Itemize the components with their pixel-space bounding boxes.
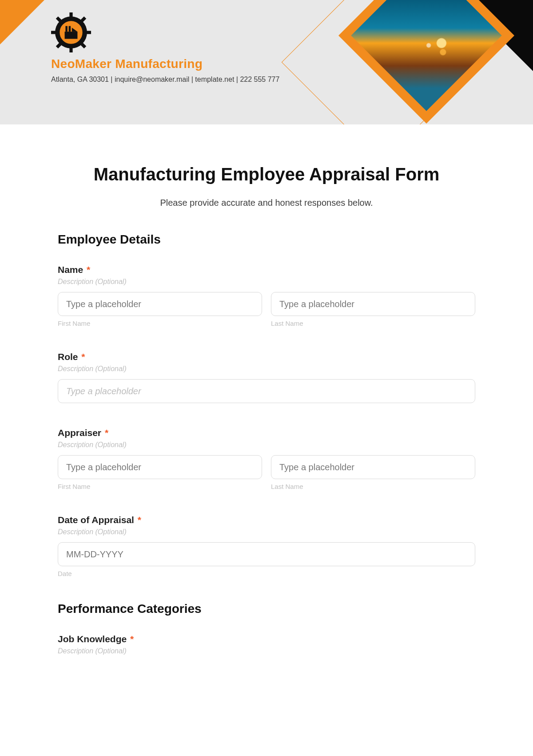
field-role: Role * Description (Optional) bbox=[58, 352, 475, 403]
field-appraiser: Appraiser * Description (Optional) First… bbox=[58, 428, 475, 490]
desc-date: Description (Optional) bbox=[58, 528, 475, 536]
label-job-knowledge: Job Knowledge * bbox=[58, 634, 475, 644]
svg-rect-1 bbox=[69, 12, 72, 18]
page-title: Manufacturing Employee Appraisal Form bbox=[58, 164, 475, 184]
brand-block: NeoMaker Manufacturing Atlanta, GA 30301… bbox=[51, 12, 279, 84]
required-mark: * bbox=[87, 264, 90, 275]
input-first-name[interactable] bbox=[58, 292, 262, 316]
header-banner: NeoMaker Manufacturing Atlanta, GA 30301… bbox=[0, 0, 533, 124]
label-role: Role * bbox=[58, 352, 475, 362]
required-mark: * bbox=[81, 352, 85, 362]
svg-rect-12 bbox=[69, 26, 71, 32]
section-performance: Performance Categories bbox=[58, 602, 475, 616]
desc-name: Description (Optional) bbox=[58, 278, 475, 286]
svg-rect-10 bbox=[65, 32, 78, 39]
input-date[interactable] bbox=[58, 542, 475, 566]
required-mark: * bbox=[105, 428, 108, 438]
brand-contact-line: Atlanta, GA 30301 | inquire@neomaker.mai… bbox=[51, 76, 279, 84]
desc-job-knowledge: Description (Optional) bbox=[58, 647, 475, 655]
label-date-text: Date of Appraisal bbox=[58, 515, 134, 525]
sublabel-date: Date bbox=[58, 570, 475, 577]
field-date: Date of Appraisal * Description (Optiona… bbox=[58, 515, 475, 577]
input-last-name[interactable] bbox=[271, 292, 475, 316]
label-appraiser-text: Appraiser bbox=[58, 428, 101, 438]
label-name-text: Name bbox=[58, 264, 83, 275]
label-job-knowledge-text: Job Knowledge bbox=[58, 634, 127, 644]
sublabel-first-name: First Name bbox=[58, 320, 262, 327]
input-role[interactable] bbox=[58, 379, 475, 403]
desc-role: Description (Optional) bbox=[58, 365, 475, 373]
input-appraiser-first[interactable] bbox=[58, 455, 262, 479]
svg-rect-4 bbox=[85, 31, 91, 34]
label-role-text: Role bbox=[58, 352, 78, 362]
required-mark: * bbox=[138, 515, 141, 525]
label-name: Name * bbox=[58, 264, 475, 275]
svg-rect-2 bbox=[69, 47, 72, 52]
decor-triangle-top-left bbox=[0, 0, 44, 44]
input-appraiser-last[interactable] bbox=[271, 455, 475, 479]
sublabel-appraiser-first: First Name bbox=[58, 483, 262, 490]
sublabel-appraiser-last: Last Name bbox=[271, 483, 475, 490]
svg-rect-11 bbox=[65, 26, 68, 32]
form-page: Manufacturing Employee Appraisal Form Pl… bbox=[0, 124, 533, 688]
label-appraiser: Appraiser * bbox=[58, 428, 475, 438]
section-employee-details: Employee Details bbox=[58, 232, 475, 247]
page-subtitle: Please provide accurate and honest respo… bbox=[58, 198, 475, 208]
brand-name: NeoMaker Manufacturing bbox=[51, 57, 279, 71]
svg-rect-3 bbox=[51, 31, 57, 34]
field-name: Name * Description (Optional) First Name… bbox=[58, 264, 475, 327]
gear-logo-icon bbox=[51, 12, 91, 52]
label-date: Date of Appraisal * bbox=[58, 515, 475, 525]
desc-appraiser: Description (Optional) bbox=[58, 441, 475, 449]
sublabel-last-name: Last Name bbox=[271, 320, 475, 327]
field-job-knowledge: Job Knowledge * Description (Optional) bbox=[58, 634, 475, 655]
required-mark: * bbox=[130, 634, 134, 644]
